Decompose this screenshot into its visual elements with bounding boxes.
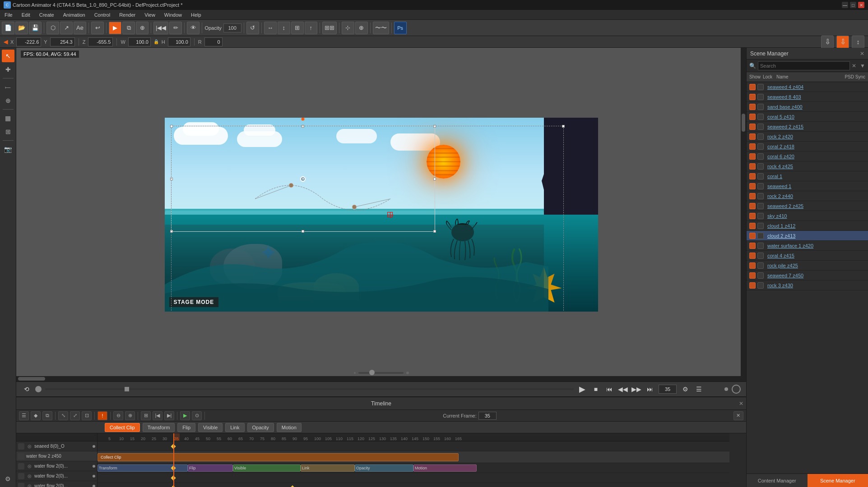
tl-btn-zoom-out[interactable]: ⊖ [113, 411, 123, 420]
scene-row-11[interactable]: rock 2 z440 [747, 191, 868, 201]
scene-lock-13[interactable] [757, 213, 764, 219]
scene-lock-12[interactable] [757, 203, 764, 209]
scene-row-18[interactable]: rock pile z425 [747, 261, 868, 271]
tl-btn-copy[interactable]: ⧉ [42, 411, 52, 420]
skip-to-end[interactable]: ⏭ [645, 384, 655, 394]
scene-name-8[interactable]: rock 4 z425 [767, 164, 865, 169]
select-button[interactable]: ⬡ [46, 22, 59, 34]
scene-show-6[interactable] [749, 143, 756, 150]
content-manager-tab[interactable]: Content Manager [747, 474, 808, 487]
scene-show-4[interactable] [749, 124, 756, 130]
scene-name-9[interactable]: coral 1 [767, 174, 865, 179]
viewport-scrollbar-v[interactable] [741, 48, 746, 376]
scene-manager-tab[interactable]: Scene Manager [808, 474, 868, 487]
scene-lock-10[interactable] [757, 183, 764, 189]
clip-flip-2[interactable]: Flip [188, 464, 233, 472]
tl-btn-link[interactable]: ⊡ [82, 411, 92, 420]
zoom-min-dot[interactable] [354, 372, 356, 374]
scene-row-3[interactable]: coral 5 z410 [747, 112, 868, 122]
scene-name-17[interactable]: coral 4 z415 [767, 253, 865, 258]
scene-name-15[interactable]: cloud 2 z413 [767, 233, 865, 239]
scene-lock-3[interactable] [757, 114, 764, 120]
timeline-close-button[interactable]: ✕ [739, 400, 743, 407]
next-frame[interactable]: ▶▶ [631, 384, 641, 394]
tl-btn-record[interactable]: ⊙ [192, 411, 202, 420]
scene-show-8[interactable] [749, 163, 756, 170]
scene-name-10[interactable]: seaweed 1 [767, 184, 865, 189]
scene-lock-8[interactable] [757, 163, 764, 170]
track-vis-4[interactable] [18, 483, 24, 487]
frame-number-input[interactable] [659, 385, 677, 394]
scene-show-13[interactable] [749, 213, 756, 219]
scene-show-12[interactable] [749, 203, 756, 209]
scene-row-13[interactable]: sky z410 [747, 211, 868, 221]
h-input[interactable] [168, 37, 190, 46]
scene-name-0[interactable]: seaweed 4 z404 [767, 84, 865, 90]
scene-show-18[interactable] [749, 262, 756, 269]
onion-button[interactable]: ⊕ [136, 22, 149, 34]
flip-v[interactable]: ↕ [278, 22, 290, 34]
search-settings-icon[interactable]: ▼ [860, 63, 865, 69]
scene-show-16[interactable] [749, 243, 756, 249]
tl-btn-collapse[interactable]: ⤢ [70, 411, 80, 420]
scene-row-8[interactable]: rock 4 z425 [747, 161, 868, 171]
zoom-max-dot[interactable] [406, 372, 409, 374]
stop-button[interactable]: ■ [591, 384, 601, 394]
menu-render[interactable]: Render [115, 10, 140, 19]
scene-show-7[interactable] [749, 153, 756, 160]
scene-name-12[interactable]: seaweed 2 z425 [767, 203, 865, 209]
scene-lock-1[interactable] [757, 94, 764, 100]
scene-name-16[interactable]: water surface 1 z420 [767, 243, 865, 248]
opacity-input[interactable] [223, 23, 241, 32]
scene-lock-2[interactable] [757, 104, 764, 110]
scene-row-5[interactable]: rock 2 z420 [747, 132, 868, 142]
scene-lock-5[interactable] [757, 133, 764, 140]
scene-show-0[interactable] [749, 84, 756, 90]
scrollbar-thumb-v[interactable] [742, 114, 745, 132]
scene-lock-16[interactable] [757, 243, 764, 249]
clip-motion-2[interactable]: Motion [413, 464, 477, 472]
scene-lock-6[interactable] [757, 143, 764, 150]
clip-visible-2[interactable]: Visible [233, 464, 301, 472]
keyframe-4-2[interactable] [290, 485, 295, 487]
scene-name-20[interactable]: rock 3 z430 [767, 283, 865, 288]
tl-btn-expand[interactable]: ⤡ [58, 411, 68, 420]
prev-keyframe[interactable]: |◀◀ [153, 22, 168, 34]
ps-button[interactable]: Ps [394, 22, 407, 34]
record-button[interactable] [35, 386, 42, 392]
scene-row-4[interactable]: seaweed 2 z415 [747, 122, 868, 132]
frame-settings[interactable]: ⚙ [680, 384, 690, 394]
tl-btn-fit3[interactable]: ▶| [164, 411, 174, 420]
scene-manager-close[interactable]: ✕ [860, 51, 864, 57]
timeline-scrubber[interactable] [45, 388, 574, 390]
scene-lock-11[interactable] [757, 193, 764, 199]
close-button[interactable]: ✕ [858, 2, 864, 8]
save-button[interactable]: 💾 [29, 22, 42, 34]
scene-lock-19[interactable] [757, 272, 764, 279]
flip-down-btn[interactable]: ⇩ [821, 36, 834, 48]
scene-lock-14[interactable] [757, 223, 764, 229]
flip-button[interactable]: Flip [177, 423, 195, 432]
r-input[interactable] [204, 37, 223, 46]
track-vis-3[interactable] [18, 473, 24, 479]
scene-show-2[interactable] [749, 104, 756, 110]
menu-create[interactable]: Create [35, 10, 59, 19]
scene-row-16[interactable]: water surface 1 z420 [747, 241, 868, 251]
scene-name-2[interactable]: sand base z400 [767, 104, 865, 110]
open-button[interactable]: 📂 [15, 22, 28, 34]
zoom-slider-thumb[interactable] [369, 370, 375, 375]
track-vis-2[interactable] [18, 463, 24, 469]
scene-lock-7[interactable] [757, 153, 764, 160]
scene-show-9[interactable] [749, 173, 756, 179]
scene-row-9[interactable]: coral 1 [747, 171, 868, 181]
clip-link-2[interactable]: Link [301, 464, 355, 472]
scene-name-1[interactable]: seaweed 8 403 [767, 94, 865, 100]
tl-close-btn[interactable]: ✕ [733, 411, 743, 420]
wave-button[interactable]: 〜〜 [373, 22, 389, 34]
tool-move[interactable]: ✚ [2, 63, 14, 76]
collect-clip-button[interactable]: Collect Clip [105, 423, 140, 432]
scene-row-17[interactable]: coral 4 z415 [747, 251, 868, 261]
transform-button[interactable]: Transform [143, 423, 175, 432]
menu-control[interactable]: Control [90, 10, 115, 19]
scene-row-15[interactable]: cloud 2 z413 [747, 231, 868, 241]
